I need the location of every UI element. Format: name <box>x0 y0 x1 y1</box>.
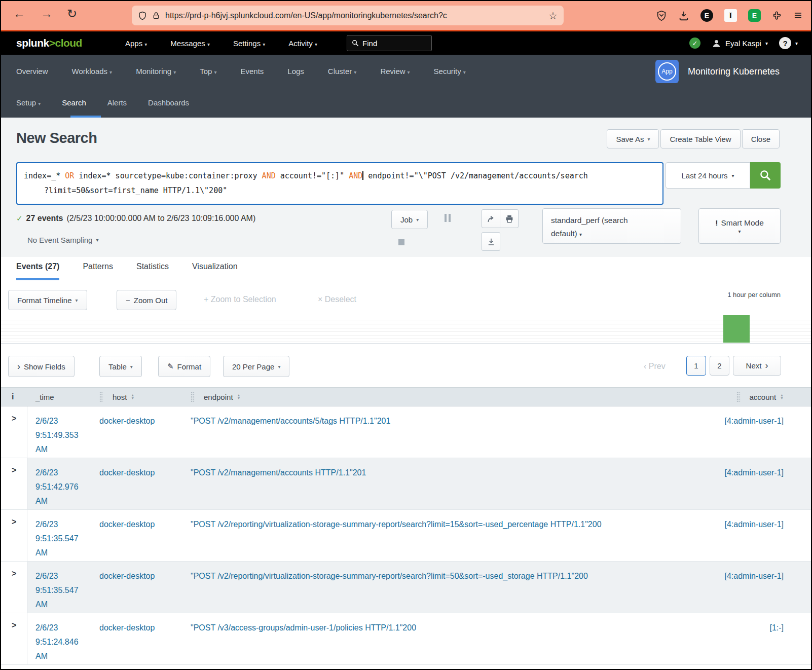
nav-events[interactable]: Events <box>240 67 264 76</box>
extensions-puzzle-icon[interactable] <box>772 10 783 21</box>
page-1-button[interactable]: 1 <box>686 356 706 376</box>
reload-icon[interactable]: ↻ <box>67 7 77 21</box>
tab-statistics[interactable]: Statistics <box>136 262 169 280</box>
nav-logs[interactable]: Logs <box>287 67 304 76</box>
sort-icon[interactable]: ▲▼ <box>237 394 241 400</box>
cell-host[interactable]: docker-desktop <box>99 510 191 561</box>
user-menu[interactable]: Eyal Kaspi ▾ <box>712 39 768 48</box>
nav-overview[interactable]: Overview <box>16 67 48 76</box>
help-menu[interactable]: ? ▾ <box>779 37 798 49</box>
tab-events[interactable]: Events (27) <box>16 262 59 280</box>
column-drag-handle[interactable] <box>736 392 741 402</box>
column-drag-handle[interactable] <box>99 392 103 402</box>
cell-account[interactable]: [4:admin-user-1] <box>707 510 811 561</box>
menu-apps[interactable]: Apps ▾ <box>125 39 147 48</box>
cell-endpoint[interactable]: "POST /v2/management/accounts HTTP/1.1"2… <box>191 458 707 509</box>
sort-icon[interactable]: ▲▼ <box>780 394 784 400</box>
event-sampling-menu[interactable]: No Event Sampling▾ <box>27 236 98 244</box>
table-view-button[interactable]: Table▾ <box>99 356 142 377</box>
column-drag-handle[interactable] <box>191 392 195 402</box>
cell-time[interactable]: 2/6/239:51:49.353AM <box>27 406 99 458</box>
sort-icon[interactable]: ▲▼ <box>131 394 134 400</box>
format-button[interactable]: ✎Format <box>158 356 210 377</box>
search-mode-selector[interactable]: standard_perf (search default) ▾ <box>542 208 681 244</box>
nav-workloads[interactable]: Workloads▾ <box>72 67 113 76</box>
export-button[interactable] <box>482 232 500 251</box>
time-range-picker[interactable]: Last 24 hours▾ <box>666 162 750 189</box>
expand-row-icon[interactable]: > <box>1 458 27 509</box>
create-table-view-button[interactable]: Create Table View <box>660 129 740 148</box>
nav-monitoring[interactable]: Monitoring▾ <box>136 67 176 76</box>
cell-time[interactable]: 2/6/239:51:35.547AM <box>27 562 99 613</box>
cell-host[interactable]: docker-desktop <box>99 458 191 509</box>
extension-i-icon[interactable]: I <box>724 9 737 22</box>
format-timeline-button[interactable]: Format Timeline▾ <box>8 290 87 310</box>
expand-row-icon[interactable]: > <box>1 510 27 561</box>
cell-account[interactable]: [1:-] <box>707 613 811 664</box>
url-text[interactable]: https://prd-p-h6jvj.splunkcloud.com/en-U… <box>165 11 545 20</box>
pause-icon[interactable] <box>445 214 451 222</box>
close-button[interactable]: Close <box>742 129 780 148</box>
download-icon[interactable] <box>678 10 689 21</box>
subnav-alerts[interactable]: Alerts <box>107 98 127 107</box>
splunk-cloud-logo[interactable]: splunk>cloud <box>16 37 82 49</box>
menu-hamburger-icon[interactable]: ≡ <box>794 8 802 23</box>
smart-mode-selector[interactable]: !Smart Mode ▾ <box>698 208 781 244</box>
cell-account[interactable]: [4:admin-user-1] <box>707 562 811 613</box>
stop-icon[interactable] <box>398 239 404 245</box>
cell-endpoint[interactable]: "POST /v2/reporting/virtualization-stora… <box>191 562 707 613</box>
cell-endpoint[interactable]: "POST /v2/reporting/virtualization-stora… <box>191 510 707 561</box>
next-page-button[interactable]: Next› <box>733 356 781 376</box>
menu-activity[interactable]: Activity ▾ <box>288 39 317 48</box>
account-column-header[interactable]: account <box>750 393 777 401</box>
search-query-input[interactable]: index=_* OR index=* sourcetype=kube:cont… <box>16 162 663 205</box>
zoom-out-button[interactable]: −Zoom Out <box>117 290 176 310</box>
show-fields-button[interactable]: ›Show Fields <box>8 356 75 377</box>
share-job-button[interactable] <box>482 209 500 228</box>
nav-cluster[interactable]: Cluster▾ <box>328 67 357 76</box>
endpoint-column-header[interactable]: endpoint <box>204 393 233 401</box>
cell-account[interactable]: [4:admin-user-1] <box>707 406 811 458</box>
job-menu-button[interactable]: Job▾ <box>391 210 428 229</box>
url-bar[interactable]: https://prd-p-h6jvj.splunkcloud.com/en-U… <box>132 6 564 25</box>
forward-icon[interactable]: → <box>41 7 53 21</box>
cell-time[interactable]: 2/6/239:51:42.976AM <box>27 458 99 509</box>
cell-time[interactable]: 2/6/239:51:24.846AM <box>27 613 99 664</box>
expand-row-icon[interactable]: > <box>1 562 27 613</box>
host-column-header[interactable]: host <box>113 393 127 401</box>
expand-row-icon[interactable]: > <box>1 406 27 458</box>
back-icon[interactable]: ← <box>13 7 25 21</box>
nav-review[interactable]: Review▾ <box>380 67 410 76</box>
cell-account[interactable]: [4:admin-user-1] <box>707 458 811 509</box>
page-2-button[interactable]: 2 <box>710 356 729 376</box>
time-column-header[interactable]: _time <box>35 393 54 401</box>
nav-security[interactable]: Security▾ <box>434 67 466 76</box>
pocket-icon[interactable] <box>656 10 667 21</box>
tab-visualization[interactable]: Visualization <box>192 262 238 280</box>
save-as-button[interactable]: Save As▾ <box>607 129 659 148</box>
find-input[interactable]: Find <box>347 35 432 51</box>
timeline-bar[interactable] <box>723 315 750 343</box>
per-page-button[interactable]: 20 Per Page▾ <box>223 356 289 377</box>
cell-endpoint[interactable]: "POST /v3/access-groups/admin-user-1/pol… <box>191 613 707 664</box>
cell-host[interactable]: docker-desktop <box>99 613 191 664</box>
cell-time[interactable]: 2/6/239:51:35.547AM <box>27 510 99 561</box>
expand-row-icon[interactable]: > <box>1 613 27 664</box>
extension-e-dark-icon[interactable]: E <box>700 9 713 22</box>
subnav-dashboards[interactable]: Dashboards <box>148 98 189 107</box>
status-ok-icon[interactable]: ✓ <box>689 38 700 49</box>
search-button[interactable] <box>750 162 781 189</box>
events-timeline-chart[interactable] <box>1 311 811 344</box>
cell-host[interactable]: docker-desktop <box>99 562 191 613</box>
nav-top[interactable]: Top▾ <box>200 67 216 76</box>
tab-patterns[interactable]: Patterns <box>83 262 113 280</box>
cell-endpoint[interactable]: "POST /v2/management/accounts/5/tags HTT… <box>191 406 707 458</box>
menu-settings[interactable]: Settings ▾ <box>233 39 265 48</box>
print-button[interactable] <box>500 209 519 228</box>
subnav-setup[interactable]: Setup▾ <box>16 98 41 107</box>
cell-host[interactable]: docker-desktop <box>99 406 191 458</box>
extension-e-green-icon[interactable]: E <box>748 9 761 22</box>
menu-messages[interactable]: Messages ▾ <box>170 39 210 48</box>
bookmark-star-icon[interactable]: ☆ <box>548 10 558 22</box>
subnav-search[interactable]: Search <box>62 98 86 107</box>
